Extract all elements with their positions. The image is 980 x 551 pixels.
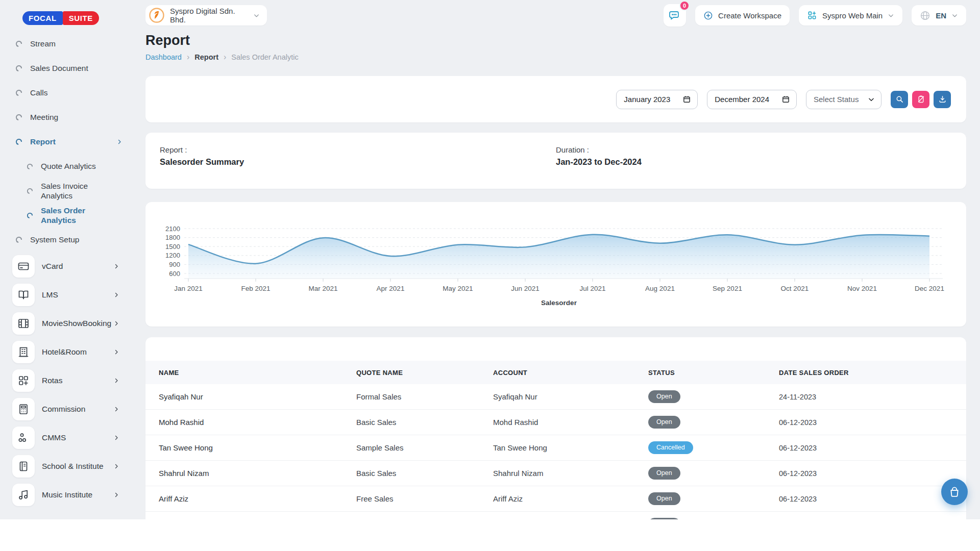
search-button[interactable]: [891, 91, 908, 108]
sidebar-item-meeting[interactable]: Meeting: [0, 105, 132, 130]
clear-filter-button[interactable]: [912, 91, 929, 108]
breadcrumb-report-link[interactable]: Report: [194, 53, 218, 61]
sidebar-item-sales-order-analytics[interactable]: Sales Order Analytics: [0, 203, 132, 228]
sidebar-item-label: School & Institute: [42, 462, 113, 471]
breadcrumb: Dashboard › Report › Sales Order Analyti…: [145, 53, 966, 62]
sidebar-item-vcard[interactable]: vCard: [0, 252, 132, 281]
table-row[interactable]: Shahrul Nizam Basic Sales Shahrul Nizam …: [145, 461, 966, 486]
status-select-value: Select Status: [814, 95, 859, 104]
chat-button[interactable]: 0: [664, 4, 686, 27]
sidebar-item-movieshowbooking[interactable]: MovieShowBooking: [0, 309, 132, 338]
sidebar-item-calls[interactable]: Calls: [0, 81, 132, 105]
svg-text:1800: 1800: [165, 234, 180, 241]
nodes-icon: [12, 427, 35, 449]
cell-account: Mohd Rashid: [493, 418, 648, 427]
cell-date: 06-12-2023: [779, 495, 966, 503]
sidebar-item-label: Report: [30, 137, 116, 146]
sales-order-area-chart: 6009001200150018002100Jan 2021Feb 2021Ma…: [145, 202, 966, 327]
sidebar-item-sales-document[interactable]: Sales Document: [0, 56, 132, 81]
notebook-icon: [12, 455, 35, 478]
sidebar-item-cmms[interactable]: CMMS: [0, 423, 132, 452]
music-note-icon: [12, 484, 35, 506]
ring-icon: [15, 40, 22, 47]
cell-quote-name: Free Sales: [356, 494, 493, 503]
status-select[interactable]: Select Status: [806, 90, 881, 109]
sidebar-item-label: Music Institute: [42, 490, 113, 499]
app-selector[interactable]: Syspro Web Main: [799, 5, 902, 26]
cell-name: Ariff Aziz: [159, 494, 356, 503]
sidebar-item-hotel-room[interactable]: Hotel&Room: [0, 338, 132, 366]
svg-text:Mar 2021: Mar 2021: [308, 285, 337, 292]
logo-suite: SUITE: [63, 11, 99, 25]
sidebar-item-school-institute[interactable]: School & Institute: [0, 452, 132, 481]
sidebar-item-rotas[interactable]: Rotas: [0, 366, 132, 395]
language-selector[interactable]: EN: [912, 5, 966, 26]
end-date-input[interactable]: December 2024: [707, 90, 797, 109]
svg-text:Jun 2021: Jun 2021: [511, 285, 540, 292]
app-root: FOCAL SUITE Stream Sales Document Calls …: [0, 0, 980, 519]
sidebar-item-music-institute[interactable]: Music Institute: [0, 481, 132, 509]
chevron-down-icon: [868, 96, 875, 103]
svg-text:Oct 2021: Oct 2021: [781, 285, 809, 292]
sidebar-item-quote-analytics[interactable]: Quote Analytics: [0, 154, 132, 179]
logo-focal: FOCAL: [22, 11, 63, 25]
sidebar-item-report[interactable]: Report: [0, 130, 132, 154]
breadcrumb-dashboard-link[interactable]: Dashboard: [145, 53, 182, 61]
filter-actions: [891, 91, 951, 108]
sidebar-item-lms[interactable]: LMS: [0, 281, 132, 309]
sidebar-item-label: Calls: [30, 88, 122, 97]
cell-quote-name: Formal Sales: [356, 392, 493, 401]
cell-name: Syafiqah Nur: [159, 392, 356, 401]
sidebar-item-sales-invoice-analytics[interactable]: Sales Invoice Analytics: [0, 179, 132, 203]
workspace-selector[interactable]: Syspro Digital Sdn. Bhd.: [145, 5, 267, 26]
cell-account: Shahrul Nizam: [493, 469, 648, 478]
status-badge: Open: [648, 518, 680, 519]
cell-date: 06-12-2023: [779, 469, 966, 478]
duration-summary: Duration : Jan-2023 to Dec-2024: [556, 145, 952, 176]
table-row[interactable]: Mohd Rashid Basic Sales Mohd Rashid Open…: [145, 410, 966, 435]
sidebar-item-label: LMS: [42, 290, 113, 299]
report-summary-card: Report : Salesorder Summary Duration : J…: [145, 133, 966, 189]
status-badge: Open: [648, 390, 680, 403]
chevron-right-icon: [116, 139, 122, 145]
start-date-input[interactable]: January 2023: [616, 90, 698, 109]
cell-account: Ariff Aziz: [493, 494, 648, 503]
table-row[interactable]: Open: [145, 512, 966, 519]
sidebar-item-commission[interactable]: Commission: [0, 395, 132, 423]
svg-text:900: 900: [169, 261, 180, 268]
chevron-down-icon: [253, 12, 260, 19]
table-row[interactable]: Syafiqah Nur Formal Sales Syafiqah Nur O…: [145, 384, 966, 410]
breadcrumb-current: Sales Order Analytic: [231, 53, 298, 61]
table-row[interactable]: Ariff Aziz Free Sales Ariff Aziz Open 06…: [145, 486, 966, 512]
svg-text:Jul 2021: Jul 2021: [579, 285, 605, 292]
report-summary: Report : Salesorder Summary: [160, 145, 556, 176]
svg-text:Feb 2021: Feb 2021: [241, 285, 270, 292]
sidebar-item-label: Meeting: [30, 112, 122, 122]
cart-fab-button[interactable]: [941, 479, 968, 505]
table-row[interactable]: Tan Swee Hong Sample Sales Tan Swee Hong…: [145, 435, 966, 461]
duration-value: Jan-2023 to Dec-2024: [556, 157, 952, 167]
sidebar-item-label: Hotel&Room: [42, 347, 113, 357]
ring-icon: [27, 163, 33, 170]
ring-icon: [27, 188, 33, 194]
column-header-account: ACCOUNT: [493, 369, 648, 377]
svg-text:600: 600: [169, 270, 180, 278]
sidebar-item-label: Commission: [42, 405, 113, 414]
grid-plus-icon: [807, 10, 817, 20]
chevron-right-icon: [113, 292, 119, 298]
create-workspace-button[interactable]: Create Workspace: [695, 5, 790, 26]
cell-date: 06-12-2023: [779, 444, 966, 452]
create-workspace-label: Create Workspace: [718, 11, 781, 20]
ring-icon: [15, 138, 22, 145]
globe-icon: [920, 10, 930, 21]
svg-text:Sep 2021: Sep 2021: [713, 285, 742, 292]
clear-filter-icon: [917, 95, 925, 104]
calendar-icon: [682, 95, 691, 104]
status-badge: Open: [648, 416, 680, 429]
download-button[interactable]: [934, 91, 951, 108]
sidebar-item-stream[interactable]: Stream: [0, 32, 132, 56]
topbar: Syspro Digital Sdn. Bhd. 0 Create Worksp…: [145, 4, 966, 27]
sidebar-item-system-setup[interactable]: System Setup: [0, 228, 132, 252]
ring-icon: [27, 212, 33, 219]
film-icon: [12, 312, 35, 335]
